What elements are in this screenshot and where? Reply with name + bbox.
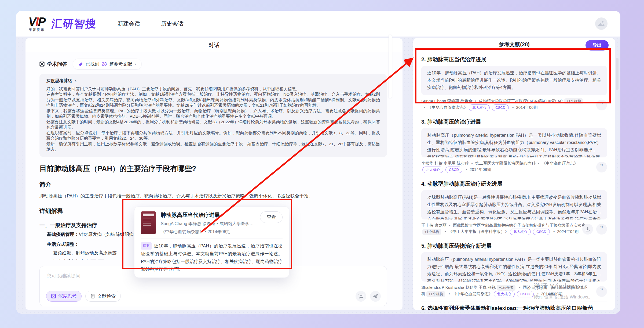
journal-badge-北大核心: 北大核心 xyxy=(510,229,531,235)
vip-logo-subtitle: 维普资讯 xyxy=(29,28,45,31)
deep-think-icon xyxy=(51,294,56,298)
left-panel-scrollbar[interactable] xyxy=(389,35,392,98)
question-title: 目前肺动脉高压（PAH）的主要治疗手段有哪些? xyxy=(39,164,387,174)
reference-title[interactable]: 2. 肺动脉高压当代治疗进展 xyxy=(421,56,607,63)
journal-badge-北大核心: 北大核心 xyxy=(494,291,515,297)
abstract-badge: 摘要 xyxy=(141,242,152,250)
conversation-panel-title: 对话 xyxy=(25,38,402,52)
references-panel-title: 参考文献(28) xyxy=(499,41,530,48)
reference-journal: 《中山大学学报（医学科学版）》 xyxy=(448,229,509,234)
quote-icon[interactable]: ” xyxy=(596,162,607,172)
doc-search-label: 文献检索 xyxy=(97,293,116,299)
deep-thinking-text: 好的，我需要回答用户关于目前肺动脉高压（PAH）主要治疗手段的问题。首先，我要仔… xyxy=(46,86,380,152)
quote-icon[interactable]: ” xyxy=(596,100,607,110)
reference-abstract: 近10年，肺动脉高压（PAH）的治疗发展迅速，治疗指南也在循证医学的基础上与时俱… xyxy=(421,66,607,95)
reference-item[interactable]: 4. 动脉型肺动脉高压治疗研究进展 动脉型肺动脉高压(PAH)是一种慢性进展性心… xyxy=(421,177,607,239)
brand-title: 汇研智搜 xyxy=(51,16,97,31)
deep-thinking-header[interactable]: 深度思考脉络 ∧ xyxy=(46,78,380,84)
intro-heading: 简介 xyxy=(39,181,387,189)
reference-org: 西藏民族大学医学部高原相关疾病分子遗传机制研究与干预省级重点实验室 xyxy=(453,223,586,228)
journal-badge-CSCD: CSCD xyxy=(533,229,550,235)
image-placeholder-icon xyxy=(597,20,605,28)
app-window: VIP 维普资讯 汇研智搜 新建会话历史会话 对话 学术问答 xyxy=(16,11,620,314)
reference-date: 2014年06期 xyxy=(516,105,537,110)
reference-abstract: 肺动脉高压（pulmonary arterial hypertension,PA… xyxy=(421,252,607,282)
deep-think-toggle[interactable]: 深度思考 xyxy=(46,291,82,302)
reference-date: 2024年04期 xyxy=(557,229,579,234)
reference-authors: Shailendra P Kushwaha 赵勤华 王岚 张锐 xyxy=(421,285,496,290)
main-nav: 新建会话历史会话 xyxy=(118,20,184,27)
citation-chip[interactable]: 1 xyxy=(90,259,96,260)
export-button[interactable]: 导出 xyxy=(586,40,609,51)
vip-logo: VIP 维普资讯 xyxy=(28,16,45,31)
popup-divider xyxy=(141,239,283,239)
journal-badge-北大核心: 北大核心 xyxy=(422,167,443,173)
org-extra-chip[interactable]: +1个机构 xyxy=(564,98,583,104)
download-button[interactable] xyxy=(582,224,593,235)
journal-badge-CSCD: CSCD xyxy=(445,167,462,173)
thinking-paragraph: 还需要注意文献中的时间，最新的文献4是2024年的，提到分子机制和新型药物研发。… xyxy=(46,119,380,130)
reference-meta: 王士伟 康龙丽•西藏民族大学医学部高原相关疾病分子遗传机制研究与干预省级重点实验… xyxy=(421,222,607,235)
reference-abstract: 肺动脉高压（pulmonary arterial hypertension,PA… xyxy=(421,128,607,157)
found-references-pill[interactable]: 已找到28篇参考文献 › xyxy=(73,59,142,70)
deep-thinking-title: 深度思考脉络 xyxy=(46,78,72,84)
collapse-icon: ∧ xyxy=(74,79,77,83)
reference-item[interactable]: 2. 肺动脉高压当代治疗进展 近10年，肺动脉高压（PAH）的治疗发展迅速，治疗… xyxy=(421,53,607,115)
answer-line-lead: 基础疾病管理： xyxy=(47,232,79,237)
reference-title[interactable]: 3. 肺动脉高压的治疗进展 xyxy=(421,118,607,125)
grid-x-icon xyxy=(39,62,45,67)
deep-thinking-box: 深度思考脉络 ∧ 好的，我需要回答用户关于目前肺动脉高压（PAH）主要治疗手段的… xyxy=(39,74,387,157)
quote-icon[interactable]: ” xyxy=(596,286,607,297)
org-extra-chip[interactable]: +1个机构 xyxy=(426,291,445,297)
reference-date: 2014年08期 xyxy=(470,167,491,172)
org-extra-chip[interactable]: +1个机构 xyxy=(422,229,441,235)
citation-preview-popup: 肺动脉高压当代治疗进展 SungA Chang 李静惠 徐希奇 • 成均馆大学医… xyxy=(134,206,289,278)
doc-search-toggle[interactable]: 文献检索 xyxy=(85,291,121,302)
journal-badge-北大核心: 北大核心 xyxy=(469,104,490,111)
thinking-paragraph: 好的，我需要回答用户关于目前肺动脉高压（PAH）主要治疗手段的问题。首先，我要仔… xyxy=(46,86,380,92)
reference-abstract: 动脉型肺动脉高压(PAH)是一种慢性进展性心肺疾病,其主要病理改变是血管收缩和肺… xyxy=(421,190,607,219)
reference-title[interactable]: 6. 选择性前列环素受体激动剂selexipag:一种治疗肺动脉高压的口服新药 xyxy=(421,305,607,310)
reference-authors: 李松华 杜贺 史承勇 陈少萍 xyxy=(421,161,469,165)
reference-org: 第二军医大学附属长海医院心内科 xyxy=(475,161,536,165)
right-panel-scrollbar[interactable] xyxy=(616,58,619,90)
reference-date: 2014年09期 xyxy=(541,291,562,296)
reference-meta: Shailendra P Kushwaha 赵勤华 王岚 张锐+1位作者•同济大… xyxy=(421,284,607,297)
chevron-right-icon: › xyxy=(134,61,136,67)
reference-title[interactable]: 5. 肺动脉高压药物治疗新进展 xyxy=(421,242,607,250)
reference-item[interactable]: 3. 肺动脉高压的治疗进展 肺动脉高压（pulmonary arterial h… xyxy=(421,115,607,177)
view-button[interactable]: 查看 xyxy=(260,211,283,223)
content-area: 对话 学术问答 已找到28篇参考文献 › xyxy=(16,37,620,314)
chat-add-icon xyxy=(358,293,364,299)
popup-journal-line: 《中华心血管病杂志》 • 2014年06期 xyxy=(161,229,255,235)
thinking-paragraph: 最后，确保所有引用正确，使用上标数字标记参考文献，避免遗漏或错误。检查是否有遗漏… xyxy=(46,141,380,152)
journal-badge-CSCD: CSCD xyxy=(492,104,509,111)
reference-journal: 《中华心血管病杂志》 xyxy=(452,291,493,296)
reference-item[interactable]: 6. 选择性前列环素受体激动剂selexipag:一种治疗肺动脉高压的口服新药 … xyxy=(421,301,607,310)
thinking-paragraph: 接下来，我需要将这些信息归类整理。PAH的治疗手段大致可以分为一般治疗、药物治疗… xyxy=(46,108,380,119)
popup-article-title[interactable]: 肺动脉高压当代治疗进展 xyxy=(161,211,255,219)
send-icon xyxy=(372,293,378,299)
link-icon xyxy=(78,62,83,67)
nav-item-历史会话[interactable]: 历史会话 xyxy=(161,20,184,27)
citation-chip[interactable]: 2 xyxy=(98,259,104,260)
reference-item[interactable]: 5. 肺动脉高压药物治疗新进展 肺动脉高压（pulmonary arterial… xyxy=(421,239,607,301)
authors-extra-chip[interactable]: +1位作者 xyxy=(497,285,515,291)
intro-text: 肺动脉高压（PAH）的主要治疗手段包括一般治疗、靶向药物治疗、介入与手术治疗以及… xyxy=(39,192,387,200)
send-button[interactable] xyxy=(370,291,381,302)
reference-journal: 《中华高血压杂志》 xyxy=(542,161,578,165)
thinking-paragraph: 在参考资料中，多个文献提到了PAH的治疗方法。例如，文献1提到治疗方案包括一般治… xyxy=(46,92,380,108)
journal-badge-CSCD: CSCD xyxy=(517,291,534,297)
reference-title[interactable]: 4. 动脉型肺动脉高压治疗研究进展 xyxy=(421,180,607,188)
new-chat-button[interactable] xyxy=(356,291,366,302)
document-icon xyxy=(90,294,95,298)
refs-found-prefix: 已找到 xyxy=(86,61,99,67)
app-header: VIP 维普资讯 汇研智搜 新建会话历史会话 xyxy=(16,11,620,37)
quote-icon[interactable]: ” xyxy=(596,224,607,235)
avatar[interactable] xyxy=(595,17,608,30)
refs-found-suffix: 篇参考文献 xyxy=(109,61,132,67)
mode-label: 学术问答 xyxy=(47,61,67,68)
nav-item-新建会话[interactable]: 新建会话 xyxy=(118,20,140,27)
journal-cover-thumbnail xyxy=(141,211,156,234)
answer-line-lead: 生活方式调整： xyxy=(47,242,79,247)
